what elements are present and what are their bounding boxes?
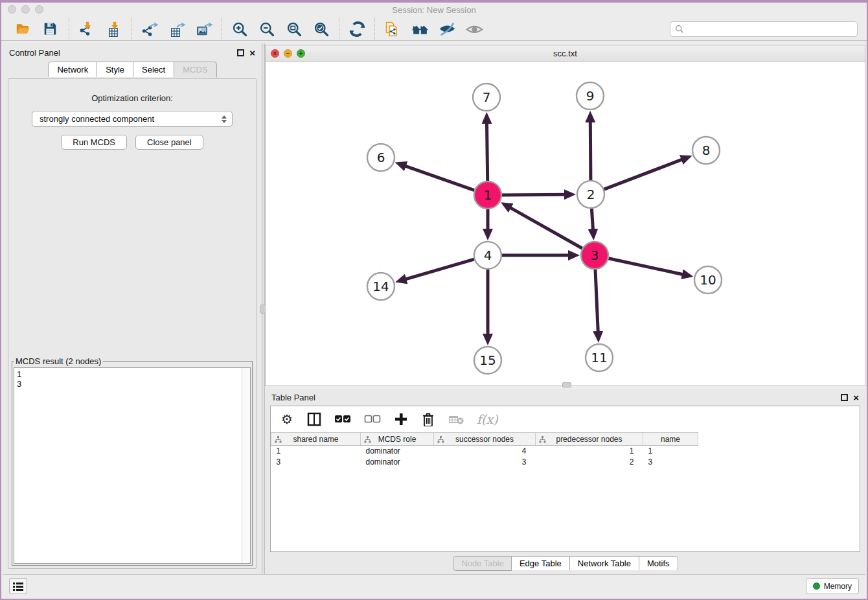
horizontal-splitter-grip[interactable]: [562, 382, 571, 387]
open-session-icon[interactable]: [13, 19, 35, 39]
column-header-MCDS-role[interactable]: MCDS role: [361, 433, 434, 446]
node-1[interactable]: 1: [474, 181, 501, 209]
tab-mcds[interactable]: MCDS: [174, 62, 216, 78]
select-all-button[interactable]: [334, 411, 351, 427]
table-panel-body: ⚙f(x) shared nameMCDS rolesuccessor node…: [270, 406, 860, 552]
svg-text:10: 10: [700, 272, 716, 288]
import-table-icon[interactable]: [103, 19, 125, 39]
zoom-out-icon[interactable]: [256, 19, 278, 39]
table-panel-title: Table Panel: [271, 393, 841, 402]
tab-select[interactable]: Select: [133, 62, 174, 77]
svg-text:8: 8: [702, 143, 711, 158]
control-panel: Control Panel × NetworkStyleSelectMCDS O…: [3, 43, 262, 574]
first-neighbors-icon[interactable]: [409, 19, 431, 39]
memory-button[interactable]: Memory: [806, 578, 859, 594]
minimize-window-button[interactable]: [21, 5, 30, 14]
node-4[interactable]: 4: [474, 242, 501, 269]
run-mcds-button[interactable]: Run MCDS: [61, 135, 127, 150]
close-panel-icon[interactable]: ×: [249, 49, 255, 56]
edge-3-10[interactable]: [609, 259, 683, 275]
edge-3-11[interactable]: [595, 270, 598, 332]
hide-selected-icon[interactable]: [436, 19, 458, 39]
node-10[interactable]: 10: [694, 266, 722, 294]
node-7[interactable]: 7: [473, 84, 500, 111]
zoom-in-icon[interactable]: [229, 19, 251, 39]
tab-motifs[interactable]: Motifs: [639, 556, 678, 570]
control-panel-title: Control Panel: [9, 48, 237, 58]
node-2[interactable]: 2: [577, 181, 604, 208]
mcds-result-legend: MCDS result (2 nodes): [14, 356, 103, 366]
close-panel-button[interactable]: Close panel: [135, 135, 203, 150]
export-image-icon[interactable]: [193, 19, 215, 39]
table-toolbar: ⚙f(x): [271, 406, 860, 432]
deselect-all-button[interactable]: [364, 411, 381, 427]
network-canvas[interactable]: 7968124314101511: [266, 62, 865, 386]
edge-1-2[interactable]: [502, 194, 565, 195]
network-close-icon[interactable]: ×: [271, 49, 279, 58]
column-header-name[interactable]: name: [643, 433, 698, 446]
maximize-window-button[interactable]: [35, 5, 43, 14]
network-graph[interactable]: 7968124314101511: [266, 62, 865, 386]
search-icon: [675, 25, 684, 34]
tab-network[interactable]: Network: [48, 62, 97, 77]
edge-1-7[interactable]: [487, 122, 488, 181]
table-row[interactable]: 1dominator411: [271, 446, 698, 457]
node-15[interactable]: 15: [474, 347, 501, 374]
criterion-select[interactable]: strongly connected component: [32, 111, 233, 127]
network-window-titlebar[interactable]: × − + scc.txt: [266, 45, 865, 62]
import-network-icon[interactable]: [76, 19, 98, 39]
tab-node-table[interactable]: Node Table: [453, 556, 512, 571]
clone-network-icon[interactable]: [382, 19, 404, 39]
close-window-button[interactable]: [8, 5, 16, 14]
function-builder-icon: f(x): [477, 412, 498, 426]
zoom-fit-icon[interactable]: [283, 19, 305, 39]
gear-button[interactable]: ⚙: [280, 411, 294, 427]
control-panel-tabs: NetworkStyleSelectMCDS: [3, 62, 262, 77]
delete-table-button: [448, 411, 464, 427]
network-maximize-icon[interactable]: +: [297, 49, 305, 58]
float-table-panel-icon[interactable]: [841, 394, 848, 401]
zoom-selected-icon[interactable]: [310, 19, 332, 39]
svg-text:3: 3: [591, 248, 599, 263]
save-session-icon[interactable]: [40, 19, 62, 39]
edge-4-14[interactable]: [405, 259, 474, 279]
column-header-successor-nodes[interactable]: successor nodes: [434, 433, 536, 446]
columns-button[interactable]: [307, 411, 321, 427]
export-table-icon[interactable]: [166, 19, 188, 39]
add-button[interactable]: [394, 411, 408, 427]
search-box[interactable]: [670, 21, 858, 37]
svg-text:11: 11: [591, 350, 607, 365]
edge-1-6[interactable]: [405, 166, 474, 190]
export-network-icon[interactable]: [139, 19, 161, 39]
edge-3-1[interactable]: [510, 207, 582, 248]
close-table-panel-icon[interactable]: ×: [853, 394, 859, 401]
mcds-scrollbar[interactable]: [242, 368, 250, 563]
edge-2-9[interactable]: [590, 121, 591, 180]
svg-text:7: 7: [483, 89, 491, 105]
tab-style[interactable]: Style: [97, 62, 133, 77]
column-header-predecessor-nodes[interactable]: predecessor nodes: [536, 433, 643, 446]
float-panel-icon[interactable]: [237, 49, 244, 56]
column-header-shared-name[interactable]: shared name: [271, 433, 361, 446]
node-table[interactable]: shared nameMCDS rolesuccessor nodesprede…: [271, 432, 698, 468]
network-minimize-icon[interactable]: −: [284, 49, 292, 58]
node-14[interactable]: 14: [367, 273, 394, 300]
edge-2-8[interactable]: [604, 159, 683, 189]
edge-2-3[interactable]: [591, 209, 593, 230]
refresh-layout-icon[interactable]: [346, 19, 368, 39]
panel-menu-button[interactable]: [9, 578, 27, 594]
tab-network-table[interactable]: Network Table: [569, 556, 639, 570]
delete-button[interactable]: [421, 411, 435, 427]
node-8[interactable]: 8: [692, 137, 720, 164]
svg-text:6: 6: [377, 150, 385, 165]
tab-edge-table[interactable]: Edge Table: [511, 556, 570, 570]
node-11[interactable]: 11: [586, 344, 613, 371]
network-view-window: × − + scc.txt 7968124314101511: [265, 45, 865, 386]
titlebar: Session: New Session: [1, 3, 867, 17]
table-row[interactable]: 3dominator323: [271, 457, 698, 468]
node-6[interactable]: 6: [367, 144, 394, 171]
node-3[interactable]: 3: [581, 242, 608, 269]
show-all-icon[interactable]: [463, 19, 485, 39]
node-9[interactable]: 9: [577, 82, 604, 110]
search-input[interactable]: [687, 24, 852, 34]
